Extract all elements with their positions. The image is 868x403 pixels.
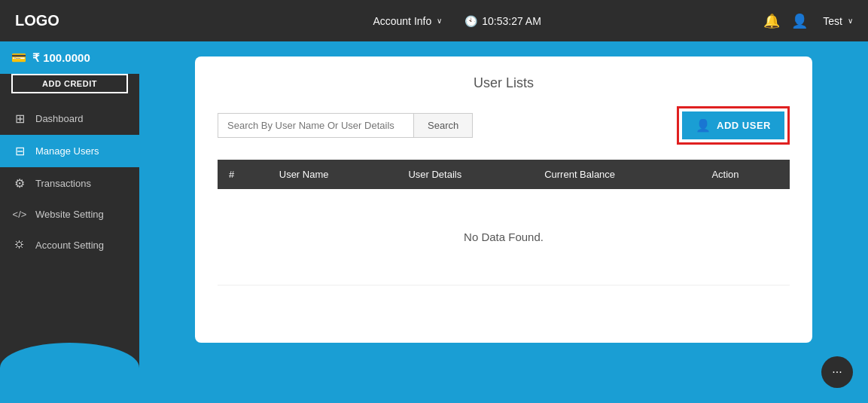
no-data-row: No Data Found. (218, 189, 790, 285)
no-data-cell: No Data Found. (218, 189, 790, 285)
main-content: User Lists Search 👤 ADD USER # (139, 41, 868, 403)
account-info-button[interactable]: Account Info (373, 15, 442, 27)
page-title: User Lists (218, 75, 790, 91)
search-button[interactable]: Search (413, 113, 473, 138)
table-body: No Data Found. (218, 189, 790, 285)
sidebar-item-label-account-setting: Account Setting (35, 240, 104, 251)
user-avatar-icon[interactable]: 👤 (791, 13, 808, 29)
sidebar-balance: 💳 ₹ 100.0000 (0, 41, 139, 74)
content-card: User Lists Search 👤 ADD USER # (195, 56, 812, 343)
sidebar-item-label-transactions: Transactions (35, 178, 91, 189)
users-table: # User Name User Details Current Balance… (218, 160, 790, 285)
time-display: 10:53:27 AM (482, 15, 541, 27)
add-user-icon: 👤 (696, 118, 711, 133)
users-icon: ⊟ (11, 144, 28, 158)
code-icon: </> (11, 209, 28, 220)
col-action: Action (700, 160, 790, 189)
add-credit-button[interactable]: ADD CREDIT (11, 74, 128, 93)
wallet-icon: 💳 (11, 50, 26, 65)
logo: LOGO (15, 12, 151, 29)
layout: 💳 ₹ 100.0000 ADD CREDIT ⊞ Dashboard ⊟ Ma… (0, 41, 868, 403)
transactions-icon: ⚙ (11, 176, 28, 191)
col-hash: # (218, 160, 268, 189)
sidebar-item-label-website-setting: Website Setting (35, 209, 104, 220)
notification-icon[interactable]: 🔔 (763, 13, 780, 29)
table-header: # User Name User Details Current Balance… (218, 160, 790, 189)
search-input[interactable] (218, 113, 413, 138)
card-toolbar: Search 👤 ADD USER (218, 106, 790, 145)
dashboard-icon: ⊞ (11, 111, 28, 126)
search-group: Search (218, 113, 473, 138)
sidebar-item-dashboard[interactable]: ⊞ Dashboard (0, 102, 139, 135)
table-header-row: # User Name User Details Current Balance… (218, 160, 790, 189)
header: LOGO Account Info 🕙 10:53:27 AM 🔔 👤 Test (0, 0, 868, 41)
chat-widget[interactable]: ··· (821, 356, 853, 388)
balance-amount: ₹ 100.0000 (32, 51, 90, 65)
header-time: 🕙 10:53:27 AM (464, 15, 541, 27)
sidebar-item-label-manage-users: Manage Users (35, 145, 99, 157)
header-icons: 🔔 👤 (763, 13, 808, 29)
col-balance: Current Balance (533, 160, 700, 189)
user-menu-button[interactable]: Test (823, 15, 853, 27)
sidebar: 💳 ₹ 100.0000 ADD CREDIT ⊞ Dashboard ⊟ Ma… (0, 41, 139, 403)
sidebar-curve (0, 343, 139, 403)
add-user-button[interactable]: 👤 ADD USER (682, 111, 784, 139)
header-right: 🔔 👤 Test (763, 13, 853, 29)
settings-icon: ⛭ (11, 238, 28, 252)
col-username: User Name (268, 160, 397, 189)
header-center: Account Info 🕙 10:53:27 AM (151, 15, 763, 27)
col-userdetails: User Details (397, 160, 533, 189)
sidebar-item-website-setting[interactable]: </> Website Setting (0, 200, 139, 229)
sidebar-item-label-dashboard: Dashboard (35, 113, 84, 124)
chat-icon: ··· (832, 365, 842, 379)
add-user-label: ADD USER (717, 120, 771, 131)
sidebar-item-transactions[interactable]: ⚙ Transactions (0, 167, 139, 200)
sidebar-item-account-setting[interactable]: ⛭ Account Setting (0, 229, 139, 261)
no-data-text: No Data Found. (229, 200, 778, 273)
add-user-highlight: 👤 ADD USER (677, 106, 790, 145)
clock-icon: 🕙 (464, 15, 477, 27)
sidebar-item-manage-users[interactable]: ⊟ Manage Users (0, 135, 139, 167)
